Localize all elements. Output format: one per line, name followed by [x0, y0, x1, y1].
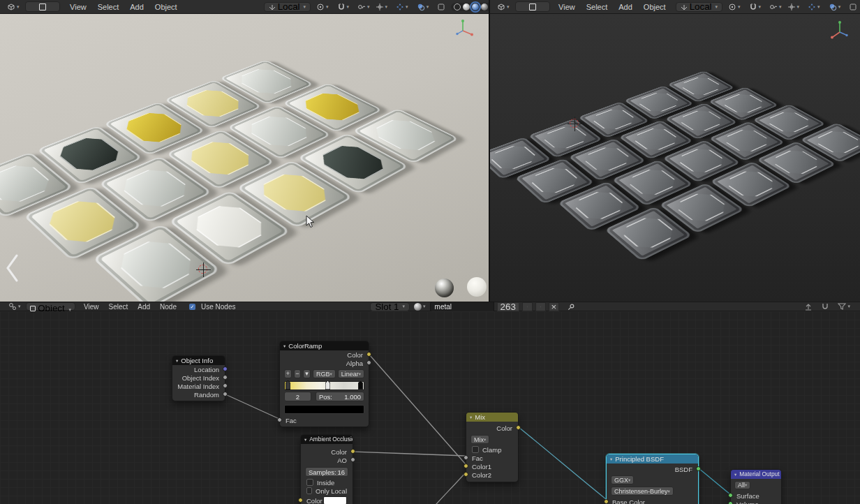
node-color-ramp[interactable]: ▾ ColorRamp Color Alpha + − ▾ RGB ▾ Line…	[279, 341, 369, 427]
axis-gizmo[interactable]	[452, 18, 473, 39]
pivot-point-dropdown[interactable]: ▾	[313, 2, 332, 12]
mode-select[interactable]: Object Mode ▾	[515, 1, 551, 12]
proportional-editing-dropdown[interactable]: ▾	[766, 2, 785, 12]
player-back-button[interactable]	[1, 249, 22, 288]
socket-color-output[interactable]	[516, 425, 521, 430]
node-principled-bsdf[interactable]: ▾ Principled BSDF BSDF GGX ▾ Christensen…	[606, 454, 699, 504]
menu-select[interactable]: Select	[582, 3, 612, 11]
fake-user-button[interactable]	[522, 302, 533, 311]
node-header[interactable]: ▾ Object Info	[172, 356, 225, 365]
material-name-field[interactable]: metal	[430, 302, 494, 312]
distribution-dropdown[interactable]: GGX ▾	[611, 475, 634, 484]
node-material-output[interactable]: ▾ Material Output All ▾ Surface Volume	[730, 469, 782, 504]
snap-node-toggle[interactable]	[801, 302, 815, 311]
node-header[interactable]: ▾ Material Output	[731, 470, 781, 479]
material-users-button[interactable]: 263	[497, 302, 519, 311]
clamp-toggle[interactable]: Clamp	[466, 445, 518, 454]
material-slot-dropdown[interactable]: Slot 1 ▾	[370, 302, 410, 311]
active-tool-gizmo-dropdown[interactable]: ▾	[373, 2, 391, 12]
menu-object[interactable]: Object	[151, 3, 181, 11]
collapse-icon[interactable]: ▾	[734, 470, 736, 479]
show-gizmo-toggle[interactable]: ▾	[393, 2, 411, 12]
socket-material-index-output[interactable]	[223, 383, 228, 388]
shader-type-select[interactable]: Object ▾	[26, 302, 75, 311]
xray-toggle[interactable]	[846, 2, 860, 12]
socket-fac-input[interactable]	[277, 417, 282, 422]
socket-ao-output[interactable]	[350, 457, 355, 462]
collapse-icon[interactable]: ▾	[610, 454, 612, 464]
shading-solid-button[interactable]	[463, 3, 470, 10]
shading-material-preview-button[interactable]	[472, 3, 479, 10]
snap-toggle[interactable]: ▾	[334, 2, 353, 12]
node-graph-canvas[interactable]: ▾ Object Info Location Object Index Mate…	[0, 311, 860, 504]
menu-view[interactable]: View	[554, 3, 579, 11]
ramp-options-button[interactable]: ▾	[303, 369, 311, 378]
socket-color-input[interactable]	[298, 498, 303, 503]
node-header[interactable]: ▾ Mix	[466, 413, 518, 422]
browse-material-dropdown[interactable]: ▾	[413, 303, 427, 311]
target-dropdown[interactable]: All ▾	[734, 481, 750, 489]
collapse-icon[interactable]: ▾	[304, 435, 306, 444]
transform-orientation-dropdown[interactable]: Local ▾	[264, 2, 311, 12]
snap-toggle[interactable]: ▾	[746, 2, 764, 12]
socket-color-output[interactable]	[350, 449, 355, 454]
new-material-button[interactable]	[535, 302, 546, 311]
socket-surface-input[interactable]	[728, 493, 733, 498]
viewport-left-canvas[interactable]	[0, 14, 489, 302]
stop-color-swatch[interactable]	[284, 405, 364, 414]
ramp-stop-1[interactable]	[325, 380, 330, 390]
node-ambient-occlusion[interactable]: ▾ Ambient Occlusion Color AO Samples: 16…	[300, 434, 353, 504]
menu-select[interactable]: Select	[94, 3, 124, 11]
pivot-point-dropdown[interactable]: ▾	[725, 2, 743, 12]
node-object-info[interactable]: ▾ Object Info Location Object Index Mate…	[172, 355, 225, 401]
add-stop-button[interactable]: +	[284, 369, 292, 378]
menu-add[interactable]: Add	[134, 303, 154, 311]
active-tool-gizmo-dropdown[interactable]: ▾	[785, 2, 803, 12]
socket-color1-input[interactable]	[464, 464, 468, 468]
color-input-swatch[interactable]	[323, 496, 347, 504]
node-mix[interactable]: ▾ Mix Color Mix ▾ Clamp Fac Color1 Color…	[466, 412, 519, 482]
socket-base-color-input[interactable]	[604, 499, 609, 504]
stop-position-field[interactable]: Pos: 1.000	[316, 392, 364, 401]
use-nodes-toggle[interactable]: ✓ Use Nodes	[189, 303, 235, 311]
menu-select[interactable]: Select	[105, 303, 131, 311]
collapse-icon[interactable]: ▾	[283, 341, 286, 350]
only-local-toggle[interactable]: Only Local	[301, 487, 353, 495]
ramp-stop-2[interactable]	[358, 380, 363, 390]
menu-add[interactable]: Add	[614, 3, 637, 11]
color-ramp-gradient[interactable]	[284, 381, 364, 390]
inside-toggle[interactable]: Inside	[301, 478, 353, 487]
menu-add[interactable]: Add	[126, 3, 148, 11]
socket-alpha-output[interactable]	[366, 360, 371, 365]
overlays-toggle[interactable]: ▾	[826, 2, 844, 12]
socket-fac-input[interactable]	[464, 455, 468, 460]
stop-index-field[interactable]: 2	[284, 392, 311, 401]
menu-view[interactable]: View	[80, 303, 103, 311]
menu-object[interactable]: Object	[639, 3, 670, 11]
mode-select[interactable]: Object Mode ▾	[25, 1, 61, 12]
collapse-icon[interactable]: ▾	[176, 356, 178, 365]
proportional-editing-dropdown[interactable]: ▾	[355, 2, 373, 12]
transform-orientation-dropdown[interactable]: Local ▾	[676, 2, 722, 12]
overlap-nodes-button[interactable]	[818, 302, 832, 311]
menu-view[interactable]: View	[66, 3, 91, 11]
socket-color2-input[interactable]	[464, 472, 468, 477]
ramp-stop-0[interactable]	[286, 380, 290, 390]
socket-object-index-output[interactable]	[223, 375, 228, 380]
socket-volume-input[interactable]	[728, 501, 733, 504]
show-gizmo-toggle[interactable]: ▾	[805, 2, 823, 12]
menu-node[interactable]: Node	[156, 303, 180, 311]
shading-wireframe-button[interactable]	[454, 3, 461, 10]
socket-bsdf-output[interactable]	[696, 466, 701, 471]
samples-field[interactable]: Samples: 16	[305, 467, 348, 477]
socket-color-output[interactable]	[366, 352, 371, 357]
interpolation-dropdown[interactable]: Linear ▾	[338, 369, 364, 378]
overlays-toggle[interactable]: ▾	[414, 2, 432, 12]
node-header[interactable]: ▾ ColorRamp	[280, 341, 369, 350]
filter-dropdown[interactable]: ▾	[835, 302, 853, 311]
node-header[interactable]: ▾ Ambient Occlusion	[301, 435, 353, 444]
editor-type-button[interactable]: ▾	[6, 302, 24, 311]
unlink-material-button[interactable]: ×	[549, 302, 559, 311]
shading-rendered-button[interactable]	[481, 3, 488, 10]
socket-random-output[interactable]	[223, 392, 228, 396]
